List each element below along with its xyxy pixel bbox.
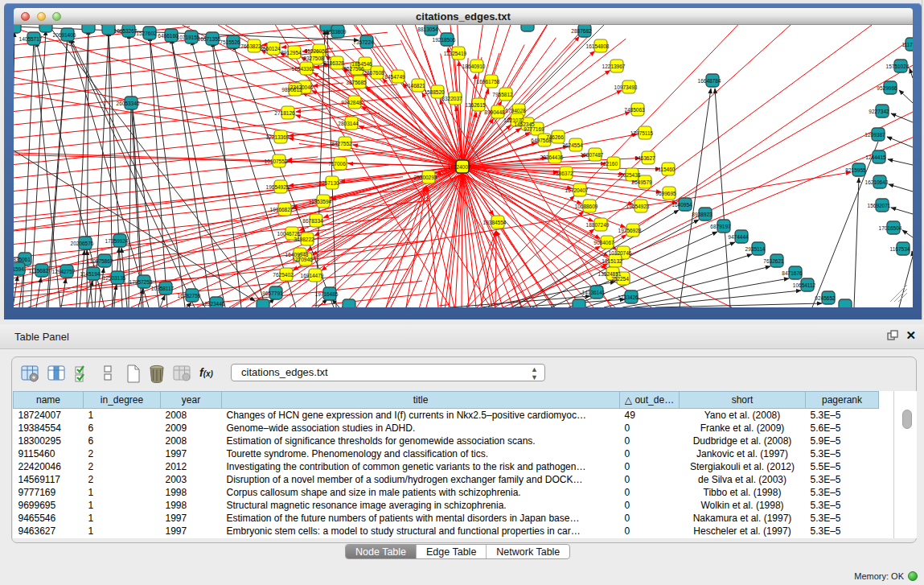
svg-text:1362615: 1362615 bbox=[465, 102, 486, 108]
svg-text:62160: 62160 bbox=[603, 161, 618, 167]
svg-text:1244415: 1244415 bbox=[865, 154, 886, 160]
svg-text:746266: 746266 bbox=[546, 134, 564, 140]
svg-text:9890612: 9890612 bbox=[281, 87, 302, 93]
svg-text:2867608: 2867608 bbox=[363, 70, 384, 76]
svg-text:20206576: 20206576 bbox=[71, 241, 94, 246]
svg-text:19716485: 19716485 bbox=[315, 291, 339, 297]
svg-text:10719155: 10719155 bbox=[177, 35, 200, 40]
svg-text:17359924: 17359924 bbox=[105, 238, 129, 244]
svg-text:18724007: 18724007 bbox=[448, 164, 471, 170]
svg-text:15751024: 15751024 bbox=[886, 64, 910, 69]
svg-text:19654923: 19654923 bbox=[626, 204, 650, 209]
svg-text:10025438: 10025438 bbox=[618, 172, 641, 178]
svg-text:10973493: 10973493 bbox=[614, 84, 638, 90]
svg-text:7663822: 7663822 bbox=[240, 43, 261, 49]
svg-text:3267130: 3267130 bbox=[318, 180, 339, 186]
svg-text:7515526: 7515526 bbox=[220, 39, 240, 45]
svg-text:11325419: 11325419 bbox=[444, 51, 467, 56]
svg-text:9146821: 9146821 bbox=[405, 83, 425, 89]
svg-text:1733426: 1733426 bbox=[618, 295, 639, 300]
svg-text:717006: 717006 bbox=[328, 161, 346, 167]
svg-text:2649579: 2649579 bbox=[631, 179, 652, 185]
svg-text:9242848: 9242848 bbox=[341, 100, 362, 105]
svg-text:2718126: 2718126 bbox=[274, 110, 295, 116]
svg-text:10688609: 10688609 bbox=[575, 204, 598, 209]
svg-text:1167534: 1167534 bbox=[890, 246, 910, 252]
svg-text:9115460: 9115460 bbox=[655, 167, 676, 172]
svg-text:252254: 252254 bbox=[611, 276, 629, 282]
svg-text:9474444: 9474444 bbox=[728, 234, 749, 240]
svg-text:16671355: 16671355 bbox=[198, 36, 221, 42]
svg-text:8678334: 8678334 bbox=[302, 218, 323, 224]
svg-text:8427552: 8427552 bbox=[331, 141, 352, 146]
svg-text:18807249: 18807249 bbox=[586, 222, 610, 228]
svg-text:7955812: 7955812 bbox=[492, 92, 513, 97]
svg-text:2887682: 2887682 bbox=[571, 28, 592, 34]
svg-text:16782759: 16782759 bbox=[178, 293, 201, 299]
svg-text:8990448: 8990448 bbox=[484, 109, 505, 115]
svg-text:20364436: 20364436 bbox=[540, 154, 564, 160]
svg-text:17016504: 17016504 bbox=[879, 225, 902, 231]
svg-text:6466160: 6466160 bbox=[158, 33, 179, 39]
svg-text:12323446: 12323446 bbox=[202, 301, 225, 307]
svg-text:14055717: 14055717 bbox=[19, 36, 43, 42]
svg-text:8813054: 8813054 bbox=[417, 27, 438, 32]
svg-text:391594: 391594 bbox=[14, 266, 24, 272]
svg-text:2803144: 2803144 bbox=[338, 121, 359, 126]
svg-text:7386372: 7386372 bbox=[552, 171, 573, 176]
svg-text:1270946: 1270946 bbox=[292, 257, 313, 262]
svg-text:9084067: 9084067 bbox=[593, 240, 614, 245]
svg-text:8322037: 8322037 bbox=[441, 96, 462, 101]
svg-text:7625402: 7625402 bbox=[273, 272, 294, 278]
svg-text:12213967: 12213967 bbox=[602, 64, 626, 69]
svg-text:16914479: 16914479 bbox=[301, 273, 324, 278]
svg-text:19384554: 19384554 bbox=[483, 220, 507, 225]
svg-text:9245652: 9245652 bbox=[815, 295, 836, 301]
svg-text:7632621: 7632621 bbox=[763, 258, 784, 264]
svg-text:10807487: 10807487 bbox=[581, 152, 604, 158]
svg-text:1209387: 1209387 bbox=[864, 132, 885, 138]
svg-text:6879197: 6879197 bbox=[710, 224, 731, 229]
svg-text:8471676: 8471676 bbox=[782, 270, 803, 276]
svg-text:19654925: 19654925 bbox=[266, 184, 290, 190]
svg-text:1588520: 1588520 bbox=[424, 89, 445, 95]
svg-text:8938923: 8938923 bbox=[692, 212, 713, 217]
svg-text:16033809: 16033809 bbox=[323, 29, 347, 35]
svg-text:10654112: 10654112 bbox=[793, 282, 816, 288]
svg-text:12503135: 12503135 bbox=[103, 275, 126, 281]
svg-text:10653267: 10653267 bbox=[114, 28, 138, 34]
svg-text:26053346: 26053346 bbox=[117, 101, 140, 106]
svg-text:25300293: 25300293 bbox=[414, 175, 437, 180]
svg-text:10958117: 10958117 bbox=[151, 286, 175, 291]
svg-text:9327508: 9327508 bbox=[303, 56, 324, 61]
svg-text:16543362: 16543362 bbox=[292, 66, 315, 72]
svg-text:2935114: 2935114 bbox=[745, 246, 766, 252]
svg-text:9227342: 9227342 bbox=[869, 109, 889, 114]
svg-text:8912954: 8912954 bbox=[281, 50, 302, 56]
svg-text:9777169: 9777169 bbox=[524, 126, 544, 132]
svg-text:9657791: 9657791 bbox=[262, 290, 283, 296]
svg-text:9463627: 9463627 bbox=[634, 155, 655, 161]
svg-text:1115682: 1115682 bbox=[29, 268, 49, 274]
svg-text:19166827: 19166827 bbox=[270, 207, 294, 212]
svg-text:16961758: 16961758 bbox=[477, 79, 500, 84]
svg-text:1640954: 1640954 bbox=[671, 202, 692, 208]
svg-text:15692071: 15692071 bbox=[868, 203, 891, 208]
svg-text:1145194: 1145194 bbox=[80, 271, 101, 277]
svg-text:6794028: 6794028 bbox=[505, 108, 526, 113]
svg-text:16154808: 16154808 bbox=[586, 43, 610, 49]
svg-text:9527506: 9527506 bbox=[343, 66, 364, 72]
svg-text:10107552: 10107552 bbox=[265, 159, 288, 164]
svg-text:12942757: 12942757 bbox=[52, 269, 76, 274]
svg-text:19756928: 19756928 bbox=[618, 228, 642, 233]
svg-text:10975867: 10975867 bbox=[90, 258, 113, 264]
svg-text:16648784: 16648784 bbox=[698, 78, 721, 84]
svg-text:1815132: 1815132 bbox=[602, 258, 622, 264]
svg-text:14136141: 14136141 bbox=[582, 290, 606, 295]
svg-text:8660124: 8660124 bbox=[260, 46, 281, 51]
svg-text:10120746: 10120746 bbox=[609, 250, 632, 256]
svg-text:8215955: 8215955 bbox=[845, 167, 866, 173]
svg-text:19218506: 19218506 bbox=[433, 37, 456, 43]
svg-text:9699695: 9699695 bbox=[655, 191, 676, 196]
svg-text:11353594: 11353594 bbox=[309, 199, 332, 204]
